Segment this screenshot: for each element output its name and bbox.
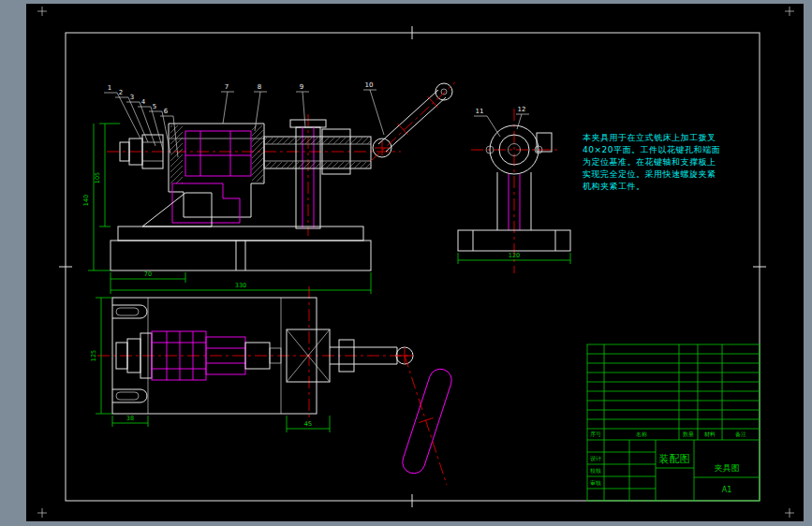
dimension-annotations: 105 140 70 330 120 125 38 45 [82,124,570,432]
side-view [458,109,570,273]
support-rib [142,193,212,226]
header-name: 名称 [636,431,647,438]
signature-labels: 设计 校核 审核 [589,455,601,486]
note-line-2: 40×20平面。工件以花键孔和端面 [583,145,720,154]
balloon-2: 2 [119,89,123,96]
header-remark: 备注 [735,431,746,438]
header-qty: 数量 [683,431,694,437]
balloon-6: 6 [164,108,169,115]
dim-side-width: 120 [509,252,520,259]
balloon-4: 4 [141,98,146,106]
handle [396,347,454,485]
balloon-12: 12 [518,106,526,113]
balloon-1: 1 [108,84,111,92]
drawing-sheet: 1 2 3 4 5 6 7 8 9 10 11 12 105 140 70 33… [0,0,812,526]
sig-audit: 审核 [590,479,601,486]
note-line-5: 机构夹紧工件。 [583,182,645,191]
title-block: 序号 名称 数量 材料 备注 设计 校核 审核 装配图 夹具图 A1 [587,344,760,501]
sheet-size: A1 [722,486,732,494]
dim-top-block: 45 [304,420,312,428]
drawing-title: 装配图 [659,453,690,465]
mounting-slot-top [112,305,147,318]
clamp-lever [371,82,455,161]
base-plate [111,226,371,270]
sig-design: 设计 [590,455,601,461]
dim-top-depth: 125 [90,350,97,361]
dim-front-width: 330 [235,282,246,289]
note-line-1: 本夹具用于在立式铣床上加工拨叉 [583,133,716,142]
header-material: 材料 [703,431,716,438]
drawing-name: 夹具图 [715,463,740,473]
sheet-frame [37,7,794,518]
balloon-5: 5 [153,103,156,110]
technical-note: 本夹具用于在立式铣床上加工拨叉 40×20平面。工件以花键孔和端面 为定位基准。… [583,133,720,191]
note-line-4: 实现完全定位。采用快速螺旋夹紧 [583,169,716,179]
dim-front-upper: 105 [94,172,101,183]
balloon-10: 10 [365,81,374,89]
balloon-9: 9 [300,83,303,91]
front-view [107,82,455,270]
mounting-slot-bottom [112,389,147,402]
balloon-3: 3 [130,94,134,101]
dim-front-sub: 70 [144,270,152,278]
top-view [97,286,454,485]
cad-viewer-background: { "window": { "outer_bg": "#7e8b98", "ca… [0,0,812,526]
registration-mark-icon [37,7,794,518]
fixture-body [169,124,264,223]
sig-check: 校核 [589,467,601,474]
dim-front-total: 140 [82,195,90,206]
dim-top-slot: 38 [126,415,134,422]
header-seq: 序号 [590,431,601,437]
balloon-11: 11 [476,108,484,115]
balloon-7: 7 [225,83,229,91]
note-line-3: 为定位基准。在花键轴和支撑板上 [583,157,716,167]
balloon-8: 8 [258,83,261,91]
parts-list-header: 序号 名称 数量 材料 备注 [590,431,746,438]
